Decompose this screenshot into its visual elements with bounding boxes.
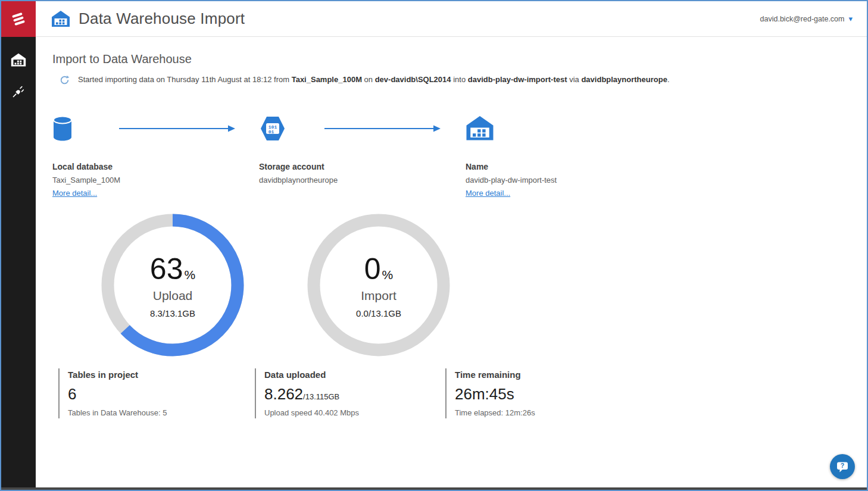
stat-title: Tables in project [68, 370, 255, 380]
status-target: davidb-play-dw-import-test [468, 75, 567, 84]
stat-subtext: Tables in Data Warehouse: 5 [68, 408, 255, 417]
upload-percent: 63% [150, 252, 195, 286]
status-text: Started importing data on Thursday 11th … [78, 74, 670, 86]
disconnect-icon [11, 85, 26, 99]
more-detail-link[interactable]: More detail... [52, 189, 97, 198]
svg-text:01: 01 [268, 129, 274, 134]
warehouse-icon [11, 52, 26, 68]
warehouse-icon [51, 10, 70, 29]
storage-icon: 101 01 [259, 115, 286, 142]
import-progress-ring: 0% Import 0.0/13.1GB [307, 214, 450, 356]
upload-progress-detail: 8.3/13.1GB [150, 308, 195, 318]
app-window: Data Warehouse Import david.bick@red-gat… [1, 1, 867, 490]
stat-value: 26m:45s [455, 385, 535, 404]
summary-stats: Tables in project 6 Tables in Data Wareh… [58, 368, 849, 434]
sidebar-item-warehouse[interactable] [11, 52, 26, 68]
more-detail-link[interactable]: More detail... [466, 189, 510, 198]
flow-step-label: Local database [52, 162, 259, 171]
upload-progress-ring: 63% Upload 8.3/13.1GB [101, 214, 244, 356]
header: Data Warehouse Import david.bick@red-gat… [36, 1, 867, 37]
chevron-down-icon: ▾ [848, 15, 853, 23]
redgate-logo-icon [10, 10, 27, 28]
status-server: dev-davidb\SQL2014 [375, 75, 451, 84]
stat-title: Time remaining [455, 370, 535, 380]
flow-step-storage-account: 101 01 Storage account davidbplaynortheu… [259, 111, 466, 198]
status-source-db: Taxi_Sample_100M [292, 75, 362, 84]
status-segment: via [567, 75, 582, 84]
flow-step-value: davidb-play-dw-import-test [466, 176, 557, 184]
stat-title: Data uploaded [264, 370, 445, 380]
database-icon [52, 115, 73, 142]
flow-step-label: Name [466, 162, 557, 171]
window-bottom-edge [1, 487, 867, 490]
import-percent: 0% [364, 252, 394, 286]
stat-subtext: Upload speed 40.402 Mbps [264, 408, 445, 417]
account-email: david.bick@red-gate.com [760, 15, 845, 23]
chat-question-icon: ? [836, 460, 849, 473]
main-content: Import to Data Warehouse Started importi… [36, 37, 867, 490]
flow-step-value: davidbplaynortheurope [259, 176, 466, 184]
stat-tables-in-project: Tables in project 6 Tables in Data Wareh… [58, 368, 255, 418]
svg-text:?: ? [841, 462, 844, 469]
arrow-right-icon [119, 125, 235, 132]
page-title: Import to Data Warehouse [52, 52, 849, 66]
app-title: Data Warehouse Import [79, 10, 245, 28]
flow-step-label: Storage account [259, 162, 466, 171]
flow-step-warehouse-name: Name davidb-play-dw-import-test More det… [466, 111, 557, 198]
percent-sign: % [184, 268, 195, 282]
help-button[interactable]: ? [830, 454, 855, 479]
import-progress-detail: 0.0/13.1GB [356, 308, 401, 318]
account-menu[interactable]: david.bick@red-gate.com ▾ [760, 15, 853, 23]
stat-value: 6 [68, 385, 255, 404]
flow-step-local-database: Local database Taxi_Sample_100M More det… [52, 111, 259, 198]
import-flow-diagram: Local database Taxi_Sample_100M More det… [52, 111, 849, 198]
sidebar-item-disconnect[interactable] [11, 85, 26, 99]
progress-rings: 63% Upload 8.3/13.1GB 0% Import 0.0/13.1… [101, 214, 849, 356]
redgate-logo[interactable] [1, 1, 36, 37]
flow-step-value: Taxi_Sample_100M [52, 176, 259, 184]
stat-data-uploaded: Data uploaded 8.262/13.115GB Upload spee… [255, 368, 445, 418]
import-status: Started importing data on Thursday 11th … [60, 74, 849, 86]
stat-time-remaining: Time remaining 26m:45s Time elapsed: 12m… [445, 368, 535, 418]
ring-label-upload: Upload [153, 289, 193, 303]
arrow-right-icon [324, 125, 441, 132]
status-segment: Started importing data on Thursday 11th … [78, 75, 292, 84]
progress-spinner-icon [60, 75, 70, 85]
stat-subtext: Time elapsed: 12m:26s [455, 408, 535, 417]
warehouse-icon [466, 114, 494, 143]
status-storage: davidbplaynortheurope [581, 75, 667, 84]
sidebar [1, 37, 36, 490]
percent-sign: % [382, 268, 394, 282]
ring-label-import: Import [361, 289, 396, 303]
status-segment: into [451, 75, 468, 84]
stat-value: 8.262/13.115GB [264, 385, 445, 404]
status-segment: on [362, 75, 375, 84]
status-segment: . [667, 75, 670, 84]
